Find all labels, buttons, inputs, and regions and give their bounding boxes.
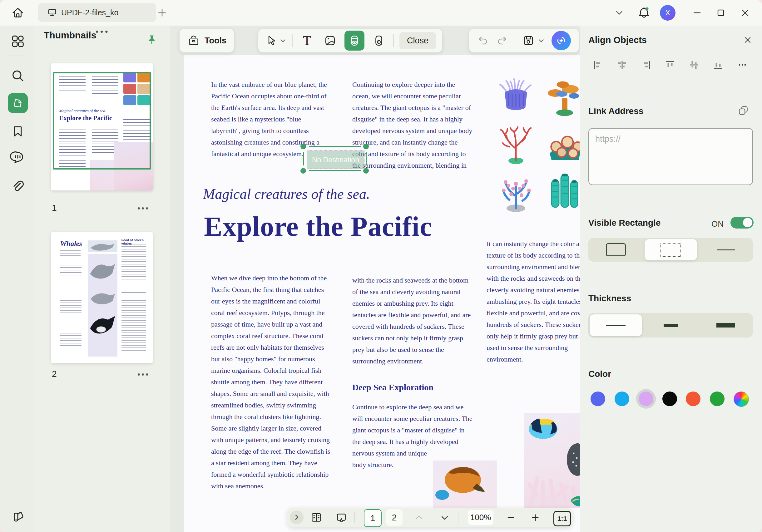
expand-bar-button[interactable] [290,510,304,524]
color-swatch-black[interactable] [662,392,677,406]
redo-button[interactable] [496,35,508,46]
document-tab[interactable]: UPDF-2-files_ko [38,3,156,22]
image-tool-button[interactable] [321,32,339,49]
link-address-label: Link Address [588,106,643,116]
close-icon [743,36,752,44]
pdf-page[interactable]: In the vast embrace of our blue planet, … [184,55,580,532]
color-swatch-green[interactable] [710,392,724,406]
align-left-button[interactable] [593,60,603,70]
tools-button[interactable]: Tools [180,29,234,52]
ellipsis-icon [737,60,748,70]
undo-button[interactable] [477,35,489,46]
link-icon [348,34,361,47]
link-annotation-box[interactable]: No Destination [307,150,364,169]
thumbnails-panel: ••• Thumbnails Magical creatures of the … [35,26,171,532]
thickness-thick-button[interactable] [700,313,752,338]
dotted-rect-icon [660,243,681,257]
thumbnail-page-1[interactable]: Magical creatures of the sea. Explore th… [51,63,153,190]
previous-page-button[interactable] [412,511,426,524]
title-bar: UPDF-2-files_ko X [0,0,762,26]
thumbnail-page-2[interactable]: Whales Food of baleen whales [51,232,153,363]
page-1-button[interactable]: 1 [364,509,382,527]
thumb1-viewport-indicator[interactable] [53,72,151,169]
close-window-button[interactable] [738,6,753,19]
close-panel-button[interactable] [741,33,754,47]
align-center-horizontal-button[interactable] [617,60,627,70]
align-top-button[interactable] [665,60,675,70]
panel-drag-handle[interactable]: ••• [96,27,110,37]
minimize-button[interactable] [690,6,705,19]
thumb2-more-button[interactable]: ••• [137,370,150,379]
attachments-button[interactable] [8,176,28,196]
zoom-level-button[interactable]: 100% [468,510,494,525]
align-more-button[interactable] [737,60,748,70]
selection-handle-ne[interactable] [363,144,369,149]
bookmarks-button[interactable] [8,121,28,141]
align-middle-vertical-button[interactable] [689,60,700,70]
align-bottom-icon [713,60,724,70]
comments-button[interactable] [8,148,28,168]
chevron-up-icon [415,513,424,522]
coral-image-blue-pink [493,167,539,214]
new-tab-button[interactable] [156,6,169,19]
image-icon [324,34,337,47]
swatches-button[interactable] [8,507,28,527]
page-icon [12,97,24,109]
medium-line-icon [664,324,678,327]
select-tool-button[interactable] [265,34,286,47]
coral-image-anemone [493,74,539,121]
selection-handle-nw[interactable] [300,144,306,149]
style-underline-button[interactable] [705,238,747,262]
rectangle-style-segmented [588,238,753,262]
doc-paragraph-2: Continuing to explore deeper into theoce… [352,79,472,171]
chevron-down-icon [440,513,449,522]
tab-list-button[interactable] [613,7,626,19]
align-objects-title: Align Objects [588,35,647,45]
thumbnails-panel-button[interactable] [8,93,28,113]
text-tool-button[interactable]: T [298,32,316,49]
pin-panel-button[interactable] [144,33,159,47]
history-save-group [469,29,579,52]
color-swatch-orange[interactable] [686,392,701,406]
thickness-thin-button[interactable] [590,313,642,338]
page-2-button[interactable]: 2 [386,509,403,526]
visible-rectangle-toggle[interactable] [730,217,754,229]
link-address-input[interactable] [588,128,753,185]
color-swatch-purple-selected[interactable] [639,392,653,406]
doc-subtitle: Magical creatures of the sea. [203,186,370,202]
thickness-medium-button[interactable] [645,313,697,338]
thumb1-more-button[interactable]: ••• [137,203,150,213]
destination-tool-button[interactable] [370,32,388,49]
account-avatar[interactable]: X [660,5,675,21]
selection-handle-sw[interactable] [300,168,306,174]
close-tool-button[interactable]: Close [400,32,436,49]
ai-assistant-button[interactable] [552,31,571,50]
color-swatch-custom[interactable] [733,392,749,407]
align-right-button[interactable] [641,60,651,70]
panels-grid-button[interactable] [8,31,28,51]
zoom-out-button[interactable] [504,511,518,524]
align-right-icon [641,60,651,70]
style-dotted-button[interactable] [649,238,692,262]
align-top-icon [665,60,675,70]
link-tool-button-active[interactable] [344,31,364,50]
color-swatch-cyan[interactable] [615,392,629,406]
save-button[interactable] [522,34,545,47]
selection-handle-se[interactable] [363,168,369,174]
search-button[interactable] [8,66,28,86]
home-button[interactable] [10,5,26,21]
next-page-button[interactable] [438,511,452,524]
style-solid-button[interactable] [595,238,637,262]
copy-link-button[interactable] [736,103,751,118]
notifications-button[interactable] [636,4,652,21]
zoom-in-button[interactable] [528,511,542,524]
doc-paragraph-5: Continue to explore the deep sea and wew… [352,401,472,471]
align-bottom-button[interactable] [713,60,724,70]
presentation-button[interactable] [334,511,348,524]
actual-size-button[interactable]: 1:1 [553,511,571,526]
redo-icon [496,35,508,46]
maximize-button[interactable] [713,6,728,19]
color-swatch-blue[interactable] [590,392,605,406]
edit-tool-group: T Close [258,29,442,52]
page-layout-button[interactable] [309,511,324,524]
